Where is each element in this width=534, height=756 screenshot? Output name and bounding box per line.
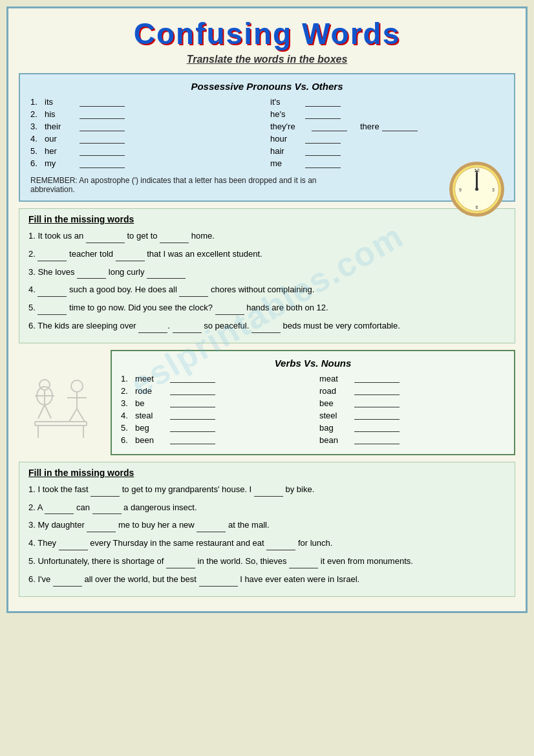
verbs-section: Verbs Vs. Nouns 1. meet 2. rode: [111, 350, 515, 455]
illustration: [19, 350, 103, 455]
word-row-hes: he's: [270, 109, 504, 119]
fill1-s2: 2. teacher told that I was an excellent …: [28, 248, 506, 261]
blank-there: [382, 122, 418, 131]
blank-f2-4a: [59, 542, 88, 550]
pronouns-col2: it's he's they're there: [270, 97, 504, 171]
word-road: road: [319, 386, 352, 396]
noun-steel: steel: [319, 411, 505, 420]
blank-their: [80, 122, 125, 131]
word-my: my: [45, 158, 77, 168]
blank-f2-4b: [266, 542, 295, 550]
blank-f2-1a: [91, 488, 120, 497]
blank-bag: [354, 423, 400, 432]
word-row-4: 4. our: [30, 134, 264, 144]
word-rode: rode: [135, 386, 167, 396]
blank-road: [354, 386, 400, 395]
blank-f1-5a: [37, 307, 67, 315]
verbs-area: Verbs Vs. Nouns 1. meet 2. rode: [19, 350, 515, 455]
svg-line-13: [38, 405, 45, 418]
verb-meet: 1. meet: [121, 374, 306, 383]
blank-f1-6b: [173, 325, 202, 333]
fill1-s6: 6. The kids are sleeping over . so peace…: [28, 319, 506, 333]
blank-f1-3a: [77, 270, 106, 279]
blank-his: [80, 110, 125, 119]
blank-f2-6a: [53, 578, 82, 587]
verb-beg: 5. beg: [121, 423, 306, 433]
blank-f2-2b: [92, 506, 122, 514]
word-theyre: they're: [270, 122, 309, 131]
num-2: 2.: [30, 109, 42, 119]
word-hair: hair: [270, 146, 303, 156]
fill1-s3: 3. She loves long curly: [28, 266, 506, 279]
word-beg: beg: [135, 423, 167, 433]
blank-steel: [354, 411, 400, 420]
word-hour: hour: [270, 134, 303, 144]
fill2-s4: 4. They every Thursday in the same resta…: [28, 537, 506, 550]
verbs-col1: 1. meet 2. rode 3. be: [121, 374, 306, 448]
blank-f1-3b: [147, 270, 186, 279]
blank-f1-2a: [37, 253, 67, 261]
word-meet: meet: [135, 374, 167, 383]
fill2-s3: 3. My daughter me to buy her a new at th…: [28, 519, 506, 532]
verb-steal: 4. steal: [121, 411, 306, 420]
blank-hair: [305, 147, 341, 156]
word-steal: steal: [135, 411, 167, 420]
word-me: me: [270, 158, 303, 168]
blank-its: [80, 98, 125, 107]
clock-svg: 12 3 6 9: [449, 162, 504, 217]
noun-meat: meat: [319, 374, 505, 383]
word-row-6: 6. my: [30, 158, 264, 168]
verb-be: 3. be: [121, 398, 306, 408]
fill1-s5: 5. time to go now. Did you see the clock…: [28, 301, 506, 315]
noun-bean: bean: [319, 435, 505, 445]
blank-been: [170, 435, 215, 444]
word-bee: bee: [319, 398, 352, 408]
blank-theyre: [312, 122, 347, 131]
word-meat: meat: [319, 374, 352, 383]
svg-text:3: 3: [492, 188, 495, 192]
word-row-2: 2. his: [30, 109, 264, 119]
fill2-s2: 2. A can a dangerous insect.: [28, 501, 506, 515]
remember-text: REMEMBER: An apostrophe (') indicates th…: [30, 176, 361, 194]
svg-line-18: [69, 409, 77, 422]
word-row-hair: hair: [270, 146, 504, 156]
word-bean: bean: [319, 435, 352, 445]
blank-meat: [354, 374, 400, 383]
fill-section-1: Fill in the missing words 1. It took us …: [19, 208, 515, 343]
word-row-theyre: they're there: [270, 122, 504, 131]
pronouns-title: Possessive Pronouns Vs. Others: [30, 81, 504, 92]
pronouns-grid: 1. its 2. his 3. their: [30, 97, 504, 171]
svg-point-8: [475, 188, 478, 191]
blank-f1-1a: [86, 235, 125, 243]
num-1: 1.: [30, 97, 42, 107]
fill2-title: Fill in the missing words: [28, 468, 506, 478]
noun-road: road: [319, 386, 505, 396]
num-3: 3.: [30, 122, 42, 131]
blank-rode: [170, 386, 215, 395]
fill2-s5: 5. Unfortunately, there is shortage of i…: [28, 555, 506, 568]
v2: 2.: [121, 386, 133, 396]
blank-bee: [354, 398, 400, 407]
blank-f2-5a: [166, 560, 195, 568]
blank-f1-4a: [37, 288, 67, 297]
blank-be: [170, 398, 215, 407]
pronouns-section: Possessive Pronouns Vs. Others 1. its 2.…: [19, 73, 515, 202]
verbs-col2: meat road bee steel: [319, 374, 505, 448]
blank-f1-5b: [215, 307, 244, 315]
page-title: Confusing Words: [19, 16, 515, 51]
blank-hes: [305, 110, 341, 119]
fill2-s1: 1. I took the fast to get to my grandpar…: [28, 483, 506, 497]
fill-section-2: Fill in the missing words 1. I took the …: [19, 462, 515, 597]
word-row-hour: hour: [270, 134, 504, 144]
svg-line-14: [45, 405, 51, 418]
word-row-1: 1. its: [30, 97, 264, 107]
num-6: 6.: [30, 158, 42, 168]
verbs-title: Verbs Vs. Nouns: [121, 358, 505, 369]
noun-bag: bag: [319, 423, 505, 433]
v5: 5.: [121, 423, 133, 433]
fill1-s4: 4. such a good boy. He does all chores w…: [28, 283, 506, 297]
word-steel: steel: [319, 411, 352, 420]
word-row-its2: it's: [270, 97, 504, 107]
word-bag: bag: [319, 423, 352, 433]
clock-decoration: 12 3 6 9: [449, 162, 507, 220]
